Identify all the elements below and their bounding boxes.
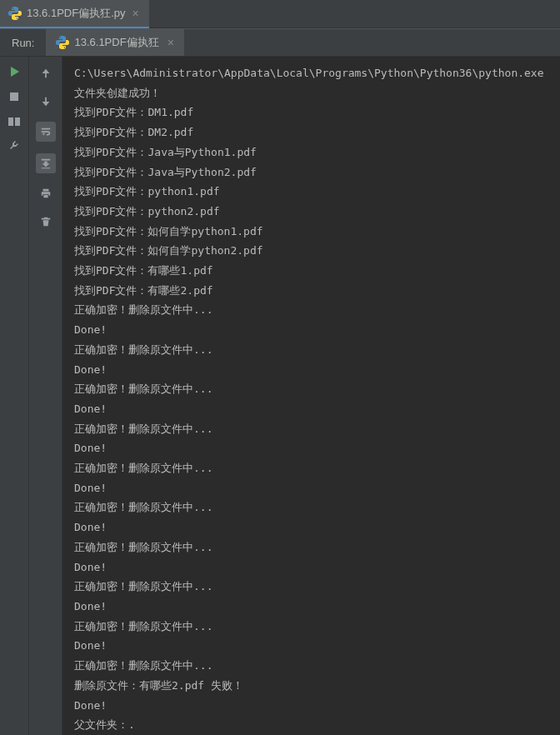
python-file-icon — [8, 7, 22, 20]
console-line: Done! — [74, 597, 553, 617]
rerun-button[interactable] — [8, 65, 21, 78]
run-main-area: C:\Users\Administrator\AppData\Local\Pro… — [0, 57, 560, 735]
run-tab-label: 13.6.1PDF偏执狂 — [74, 35, 158, 50]
down-arrow-icon[interactable] — [38, 93, 54, 110]
file-tab[interactable]: 13.6.1PDF偏执狂.py × — [0, 0, 149, 28]
console-line: 找到PDF文件：Java与Python2.pdf — [74, 162, 553, 182]
console-line: 找到PDF文件：有哪些1.pdf — [74, 261, 553, 281]
console-line: 正确加密！删除原文件中... — [74, 617, 553, 637]
run-left-toolbar — [0, 57, 29, 735]
svg-rect-0 — [10, 92, 18, 101]
trash-icon[interactable] — [38, 213, 54, 230]
up-arrow-icon[interactable] — [38, 65, 54, 82]
console-line: 找到PDF文件：python1.pdf — [74, 182, 553, 202]
soft-wrap-icon[interactable] — [36, 122, 56, 142]
close-icon[interactable]: × — [168, 36, 174, 49]
console-toolbar — [29, 57, 62, 735]
console-line: 正确加密！删除原文件中... — [74, 300, 553, 320]
console-line: Done! — [74, 438, 553, 458]
run-label: Run: — [0, 37, 46, 49]
console-line: 正确加密！删除原文件中... — [74, 419, 553, 439]
print-icon[interactable] — [38, 185, 54, 202]
file-tab-label: 13.6.1PDF偏执狂.py — [27, 6, 126, 21]
python-file-icon — [56, 36, 69, 49]
console-line: 找到PDF文件：有哪些2.pdf — [74, 281, 553, 301]
console-line: Done! — [74, 636, 553, 656]
scroll-to-end-icon[interactable] — [36, 153, 56, 173]
console-line: 正确加密！删除原文件中... — [74, 656, 553, 676]
console-line: 正确加密！删除原文件中... — [74, 379, 553, 399]
console-line: Done! — [74, 478, 553, 498]
console-line: 找到PDF文件：如何自学python2.pdf — [74, 241, 553, 261]
console-line: C:\Users\Administrator\AppData\Local\Pro… — [74, 63, 553, 83]
run-panel-header: Run: 13.6.1PDF偏执狂 × — [0, 28, 560, 57]
console-line: Done! — [74, 320, 553, 340]
console-line: Done! — [74, 518, 553, 538]
pin-button[interactable] — [8, 140, 21, 153]
console-line: Done! — [74, 696, 553, 716]
console-line: Done! — [74, 360, 553, 380]
console-line: Done! — [74, 399, 553, 419]
console-line: 找到PDF文件：DM2.pdf — [74, 122, 553, 142]
console-line: 找到PDF文件：DM1.pdf — [74, 102, 553, 122]
console-output[interactable]: C:\Users\Administrator\AppData\Local\Pro… — [62, 57, 560, 735]
layout-button[interactable] — [8, 115, 21, 128]
stop-button[interactable] — [8, 90, 21, 103]
console-line: 找到PDF文件：Java与Python1.pdf — [74, 142, 553, 162]
console-line: 正确加密！删除原文件中... — [74, 498, 553, 518]
console-line: 正确加密！删除原文件中... — [74, 458, 553, 478]
run-config-tab[interactable]: 13.6.1PDF偏执狂 × — [46, 29, 183, 56]
console-line: 正确加密！删除原文件中... — [74, 538, 553, 558]
close-icon[interactable]: × — [131, 7, 141, 20]
editor-tabs: 13.6.1PDF偏执狂.py × — [0, 0, 560, 28]
console-line: 父文件夹：. — [74, 715, 553, 735]
console-line: 删除原文件：有哪些2.pdf 失败！ — [74, 676, 553, 696]
svg-rect-1 — [8, 118, 13, 126]
console-line: 正确加密！删除原文件中... — [74, 340, 553, 360]
console-line: 正确加密！删除原文件中... — [74, 577, 553, 597]
svg-rect-2 — [15, 118, 20, 126]
console-line: Done! — [74, 558, 553, 578]
console-line: 找到PDF文件：python2.pdf — [74, 202, 553, 222]
console-line: 找到PDF文件：如何自学python1.pdf — [74, 222, 553, 242]
console-line: 文件夹创建成功！ — [74, 83, 553, 103]
